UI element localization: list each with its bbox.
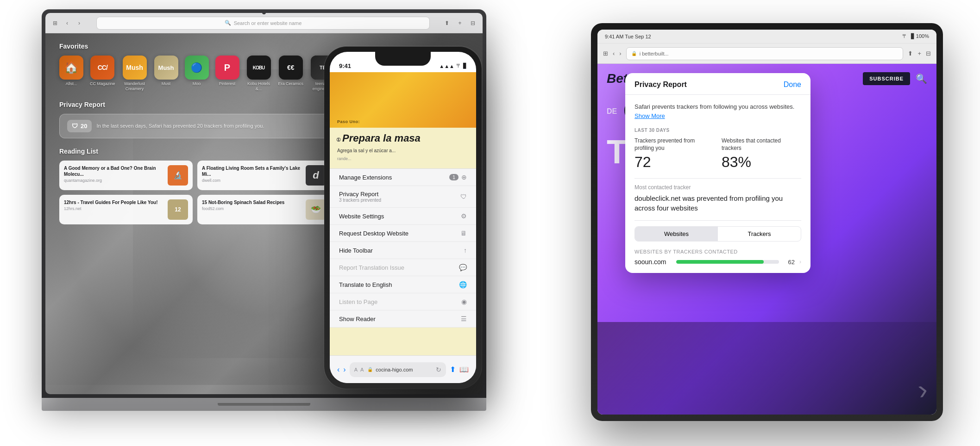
address-bar-text: Search or enter website name: [234, 20, 302, 26]
sidebar-icon: ⊞: [53, 20, 57, 26]
tracker-site-row-1[interactable]: sooun.com 62 ›: [634, 258, 801, 266]
safari-address-bar[interactable]: 🔍 Search or enter website name: [96, 17, 430, 30]
favorite-item-moo[interactable]: 🔵 Moo: [185, 56, 209, 92]
ipad-add-button[interactable]: +: [917, 50, 921, 57]
forward-icon: ›: [78, 20, 80, 26]
iphone-time: 9:41: [339, 62, 351, 69]
sidebar-toggle-button[interactable]: ⊞: [51, 19, 59, 27]
ipad-sidebar-button[interactable]: ⊞: [603, 50, 608, 57]
reading-card-text-2: A Floating Living Room Sets a Family's L…: [202, 165, 302, 183]
iphone-share-button[interactable]: ⬆: [450, 365, 456, 374]
reading-card-domain-2: dwell.com: [202, 178, 302, 183]
ipad-time: 9:41 AM Tue Sep 12: [605, 34, 651, 39]
translate-item[interactable]: Translate to English 🌐: [330, 276, 476, 293]
report-translation-item[interactable]: Report Translation Issue 💬: [330, 259, 476, 276]
favorite-icon-must: Mush: [154, 56, 178, 80]
betterbuild-subscribe-button[interactable]: SUBSCRIBE: [863, 72, 910, 85]
betterbuild-section-de: DE: [607, 107, 617, 116]
show-more-link[interactable]: Show More: [634, 112, 665, 119]
shield-icon: 🛡: [72, 123, 78, 130]
trackers-tab[interactable]: Trackers: [718, 227, 801, 241]
show-reader-icon: ☰: [461, 315, 467, 322]
reading-card-thumb-2: d: [306, 165, 326, 186]
tab-grid-button[interactable]: ⊟: [469, 19, 477, 27]
ipad-status-bar: 9:41 AM Tue Sep 12 〒 ▊ 100%: [597, 30, 936, 43]
website-settings-item[interactable]: Website Settings ⚙: [330, 208, 476, 225]
ipad-grid-button[interactable]: ⊟: [926, 50, 931, 57]
macbook-base: [42, 398, 486, 411]
iphone-bottom-bar: ‹ › A A 🔒 cocina-higo.com ↻ ⬆ 📖: [330, 355, 476, 383]
ipad-back-button[interactable]: ‹: [613, 50, 615, 57]
refresh-icon[interactable]: ↻: [436, 366, 441, 373]
reading-card-domain-1: quantamagazine.org: [64, 178, 164, 183]
reading-card-5[interactable]: 15 Not-Boring Spinach Salad Recipes food…: [197, 195, 331, 224]
favorite-item-allstate[interactable]: 🏠 Allst...: [59, 56, 83, 92]
favorite-item-must[interactable]: Mush Must: [154, 56, 178, 92]
toolbar-right: ⬆ + ⊟: [443, 19, 477, 27]
trackers-prevented-stat: Trackers prevented from profiling you 72: [634, 137, 714, 171]
share-button[interactable]: ⬆: [443, 19, 451, 27]
ipad-address-bar[interactable]: 🔒 i betterbuilt...: [626, 47, 904, 60]
show-reader-item[interactable]: Show Reader ☰: [330, 310, 476, 328]
reading-card-4[interactable]: 12hrs - Travel Guides For People Like Yo…: [59, 195, 193, 224]
macbook-hinge: [218, 403, 310, 406]
step-number: ① Prepara la masa: [336, 132, 470, 144]
favorite-item-wanderlust[interactable]: Mush Wanderlust Creamery: [122, 56, 148, 92]
hide-toolbar-item[interactable]: Hide Toolbar ↑: [330, 242, 476, 259]
favorite-item-kobu[interactable]: KOBU Kobu Hotels &...: [246, 56, 272, 92]
modal-done-button[interactable]: Done: [784, 81, 801, 89]
tracker-bar-container-1: [676, 260, 779, 264]
favorite-label-allstate: Allst...: [66, 81, 77, 87]
betterbuild-search-icon[interactable]: 🔍: [916, 73, 927, 84]
listen-item[interactable]: Listen to Page ◉: [330, 293, 476, 310]
favorite-item-pinterest[interactable]: P Pinterest: [215, 56, 239, 92]
new-tab-button[interactable]: +: [456, 19, 464, 27]
search-icon: 🔍: [225, 20, 231, 26]
manage-extensions-item[interactable]: Manage Extensions 1 ⊕: [330, 169, 476, 186]
signal-icon: ▲▲▲: [439, 63, 454, 69]
favorite-icon-era: €€: [279, 56, 303, 80]
favorite-label-kobu: Kobu Hotels &...: [246, 81, 272, 92]
most-contacted-label: Most contacted tracker: [634, 184, 801, 191]
lock-icon: 🔒: [367, 367, 373, 372]
forward-button[interactable]: ›: [75, 19, 83, 27]
favorite-label-era: Era Ceramics: [278, 81, 304, 87]
iphone-screen: 9:41 ▲▲▲ 〒 ▊ Paso Uno: ① Prepara la masa: [330, 52, 476, 383]
betterbuild-arrow: ›: [915, 373, 930, 406]
favorite-item-cc[interactable]: CC/ CC Magazine: [90, 56, 115, 92]
websites-tab-label: Websites: [664, 230, 689, 237]
reading-card-2[interactable]: A Floating Living Room Sets a Family's L…: [197, 161, 331, 190]
request-desktop-item[interactable]: Request Desktop Website 🖥: [330, 225, 476, 242]
request-desktop-label: Request Desktop Website: [339, 230, 408, 237]
favorite-item-era[interactable]: €€ Era Ceramics: [278, 56, 304, 92]
websites-tab[interactable]: Websites: [635, 227, 718, 241]
back-button[interactable]: ‹: [63, 19, 71, 27]
most-contacted-text: doubleclick.net was prevented from profi…: [634, 193, 801, 213]
modal-description: Safari prevents trackers from following …: [634, 102, 801, 120]
website-settings-icon: ⚙: [461, 212, 467, 220]
favorite-icon-allstate: 🏠: [59, 56, 83, 80]
listen-icon: ◉: [461, 298, 467, 305]
iphone-url-bar[interactable]: A A 🔒 cocina-higo.com ↻: [350, 362, 446, 377]
ipad-forward-button[interactable]: ›: [619, 50, 621, 57]
ipad-lock-icon: 🔒: [631, 51, 637, 56]
reading-card-text-1: A Good Memory or a Bad One? One Brain Mo…: [64, 165, 164, 183]
translate-icon: 🌐: [459, 281, 467, 288]
tracker-count-1: 62: [784, 259, 795, 266]
ipad-share-button[interactable]: ⬆: [908, 50, 913, 57]
modal-period: LAST 30 DAYS: [634, 128, 801, 133]
ipad-screen: 9:41 AM Tue Sep 12 〒 ▊ 100% ⊞ ‹ › 🔒 i be…: [597, 30, 936, 415]
iphone-back-button[interactable]: ‹: [337, 365, 339, 374]
modal-tabs: Websites Trackers: [634, 226, 801, 242]
privacy-report-item[interactable]: Privacy Report 3 trackers prevented 🛡: [330, 186, 476, 208]
iphone-forward-button[interactable]: ›: [343, 365, 346, 374]
favorite-icon-cc: CC/: [90, 56, 114, 80]
reading-card-thumb-5: 🥗: [306, 199, 326, 220]
ipad-url-text: i betterbuilt...: [640, 51, 669, 56]
reading-card-1[interactable]: A Good Memory or a Bad One? One Brain Mo…: [59, 161, 193, 190]
ipad-toolbar: ⊞ ‹ › 🔒 i betterbuilt... ⬆ + ⊟: [597, 43, 936, 64]
trackers-tab-label: Trackers: [748, 230, 771, 237]
iphone-bookmarks-button[interactable]: 📖: [459, 365, 469, 374]
ipad-content: BetterBuild SUBSCRIBE 🔍 DE 14 TECTURE: [597, 64, 936, 415]
favorite-icon-pinterest: P: [215, 56, 239, 80]
